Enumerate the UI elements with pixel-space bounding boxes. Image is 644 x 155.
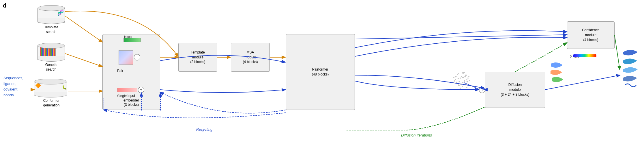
svg-point-10 — [456, 82, 457, 83]
svg-point-9 — [458, 84, 460, 86]
template-search-label: Templatesearch — [38, 25, 65, 34]
svg-point-13 — [462, 77, 464, 78]
final-structure-output — [620, 46, 641, 93]
confidence-gradient — [573, 54, 596, 57]
diagram-container: d Sequences, ligands, covalent bonds 🧬 T… — [0, 0, 644, 155]
svg-point-1 — [455, 76, 457, 78]
diagram-label: d — [3, 2, 6, 9]
svg-point-11 — [455, 79, 456, 80]
diffusion-module-label: Diffusionmodule(3 + 24 + 3 blocks) — [501, 82, 529, 97]
confidence-module-label: Confidencemodule(4 blocks) — [582, 28, 600, 42]
svg-point-29 — [468, 76, 469, 77]
svg-point-28 — [464, 72, 465, 73]
confidence-min: 0 — [570, 55, 572, 58]
conformer-gen-label: Conformergeneration — [34, 99, 69, 108]
svg-point-7 — [465, 84, 467, 86]
pair-text: Pair — [117, 69, 123, 73]
svg-point-18 — [461, 76, 462, 77]
svg-point-30 — [452, 82, 454, 83]
inputs-label: Inputs — [124, 35, 132, 39]
svg-point-15 — [462, 82, 463, 83]
svg-point-26 — [453, 77, 454, 78]
svg-line-42 — [615, 35, 620, 69]
svg-point-31 — [460, 88, 461, 89]
svg-point-4 — [465, 75, 467, 76]
input-embedder-block: Inputs + Pair + Single Inputembedder(3 b… — [102, 34, 160, 110]
svg-point-5 — [467, 78, 469, 79]
svg-point-27 — [457, 74, 458, 75]
confidence-bar-container: 0 100 — [570, 54, 580, 58]
svg-point-2 — [458, 73, 459, 74]
svg-point-17 — [458, 78, 459, 79]
msa-module-block: MSAmodule(4 blocks) — [231, 43, 270, 72]
svg-point-6 — [467, 81, 468, 82]
svg-line-34 — [65, 53, 102, 67]
template-module-block: Templatemodule(2 blocks) — [178, 43, 217, 72]
svg-point-25 — [469, 80, 470, 81]
svg-point-12 — [460, 78, 461, 79]
pairformer-label: Pairformer(48 blocks) — [312, 67, 329, 77]
svg-point-22 — [460, 84, 462, 85]
svg-point-14 — [464, 80, 465, 82]
conformer-gen-source: 🔶 🐛 Conformergeneration — [34, 79, 69, 108]
template-search-source: 🧬 Templatesearch — [38, 5, 65, 34]
svg-line-33 — [65, 16, 102, 42]
single-plus: + — [138, 87, 144, 93]
diffusion-module-block: Diffusionmodule(3 + 24 + 3 blocks) — [485, 72, 545, 108]
svg-point-24 — [454, 80, 455, 82]
svg-point-23 — [457, 83, 458, 84]
svg-point-21 — [465, 83, 466, 84]
diffusion-plus: + — [479, 87, 485, 93]
diffusion-iterations-label: Diffusion iterations — [401, 133, 432, 137]
genetic-search-source: Geneticsearch — [38, 43, 65, 72]
atom-cloud — [444, 61, 479, 101]
svg-point-8 — [462, 86, 463, 87]
confidence-module-block: Confidencemodule(4 blocks) — [567, 21, 615, 49]
protein-structure-output — [548, 58, 566, 87]
svg-point-20 — [466, 79, 467, 80]
svg-point-16 — [459, 81, 460, 82]
recycling-label: Recycling — [196, 127, 212, 132]
pair-plus: + — [134, 54, 140, 60]
input-embedder-label: Inputembedder(3 blocks) — [103, 94, 160, 107]
input-description: Sequences, ligands, covalent bonds — [3, 75, 23, 98]
genetic-search-label: Geneticsearch — [38, 63, 65, 72]
svg-point-0 — [449, 68, 475, 94]
svg-point-32 — [466, 87, 467, 88]
template-module-label: Templatemodule(2 blocks) — [190, 50, 205, 64]
msa-module-label: MSAmodule(4 blocks) — [243, 50, 258, 64]
pairformer-block: Pairformer(48 blocks) — [286, 34, 355, 110]
svg-point-19 — [465, 76, 466, 78]
svg-point-3 — [462, 72, 464, 74]
